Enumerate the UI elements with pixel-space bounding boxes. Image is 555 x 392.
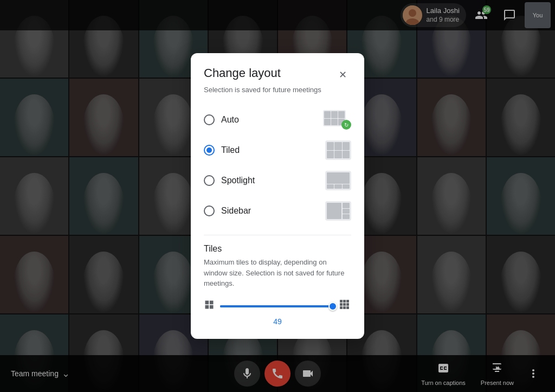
spotlight-layout-thumbnail — [325, 171, 351, 190]
layout-option-auto[interactable]: Auto ↻ — [204, 105, 351, 135]
section-divider — [204, 235, 351, 235]
tiles-section: Tiles Maximum tiles to display, dependin… — [204, 244, 351, 326]
option-label-sidebar: Sidebar — [221, 206, 251, 216]
modal-overlay: Change layout ✕ Selection is saved for f… — [0, 0, 555, 392]
change-layout-dialog: Change layout ✕ Selection is saved for f… — [191, 53, 364, 339]
close-dialog-button[interactable]: ✕ — [334, 66, 351, 83]
tiled-layout-thumbnail — [325, 140, 351, 160]
option-label-tiled: Tiled — [221, 145, 240, 155]
radio-tiled — [204, 145, 215, 156]
tiles-title: Tiles — [204, 244, 351, 254]
layout-option-tiled[interactable]: Tiled — [204, 135, 351, 165]
tiles-value: 49 — [204, 317, 351, 326]
slider-row — [204, 298, 351, 315]
tiles-description: Maximum tiles to display, depending on w… — [204, 257, 351, 289]
radio-sidebar — [204, 205, 215, 216]
layout-option-spotlight[interactable]: Spotlight — [204, 165, 351, 196]
layout-options: Auto ↻ Tiled — [204, 105, 351, 226]
refresh-icon: ↻ — [341, 120, 351, 130]
sidebar-layout-thumbnail — [325, 201, 351, 221]
grid-small-icon — [204, 299, 215, 313]
dialog-subtitle: Selection is saved for future meetings — [204, 86, 351, 94]
option-label-spotlight: Spotlight — [221, 176, 255, 185]
layout-option-sidebar[interactable]: Sidebar — [204, 196, 351, 226]
grid-large-icon — [338, 298, 351, 315]
auto-layout-thumbnail: ↻ — [323, 110, 351, 130]
radio-spotlight — [204, 175, 215, 186]
dialog-header: Change layout ✕ — [204, 66, 351, 83]
tiles-slider-wrap — [220, 305, 333, 307]
option-label-auto: Auto — [221, 115, 239, 125]
radio-auto — [204, 114, 215, 125]
dialog-title: Change layout — [204, 66, 281, 80]
